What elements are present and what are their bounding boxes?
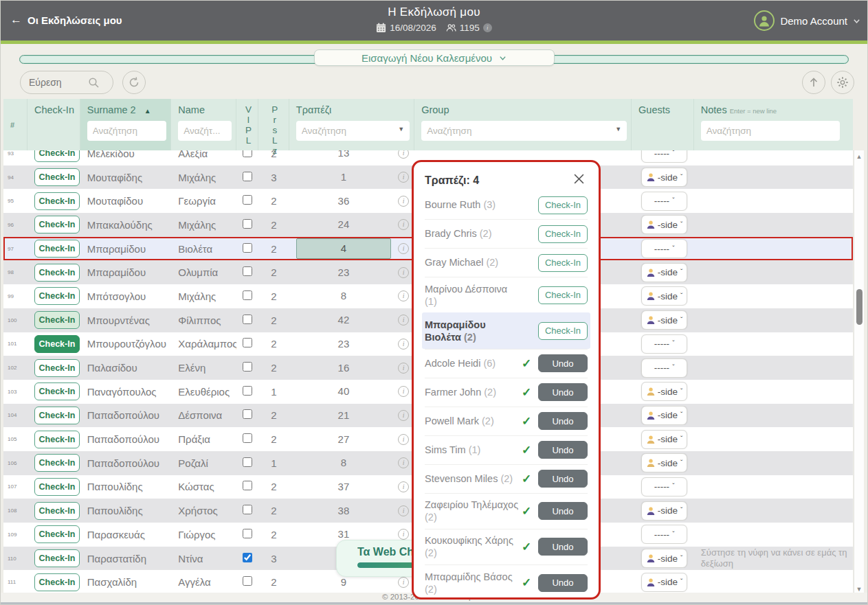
guests-side-select[interactable]: -side ˇ [641,501,687,521]
header-notes[interactable]: NotesEnter = new line [694,99,853,150]
vip-checkbox[interactable] [243,505,252,514]
refresh-button[interactable] [122,71,146,94]
guests-side-select[interactable]: ----- ˇ [641,358,687,378]
guests-side-select[interactable]: ----- ˇ [641,525,687,544]
info-icon[interactable]: i [398,505,409,516]
scrollbar-up-icon[interactable]: ▲ [854,153,864,160]
persons-cell[interactable]: 2 [258,195,289,207]
modal-action-button[interactable]: Undo [538,574,588,592]
guests-side-select[interactable]: ----- ˇ [641,334,687,354]
persons-cell[interactable]: 2 [258,409,289,421]
note-cell[interactable]: Σύστησε τη νύφη να κάνει σε εμάς τη δεξί… [694,547,853,569]
table-number[interactable]: 21 [296,406,391,425]
guests-side-select[interactable]: -side ˇ [641,549,687,568]
guests-side-select[interactable]: -side ˇ [641,430,687,449]
modal-action-button[interactable]: Undo [538,412,588,430]
table-cell[interactable]: 24 i [289,215,414,234]
vip-checkbox[interactable] [243,386,252,396]
checkin-button[interactable]: Check-In [34,311,80,329]
persons-cell[interactable]: 2 [258,338,289,350]
name-cell[interactable]: Αγγέλα [171,576,236,588]
surname-cell[interactable]: Παπαδοπούλου [80,433,172,445]
info-icon[interactable]: i [398,150,409,159]
checkin-button[interactable]: Check-In [34,240,80,258]
vip-checkbox[interactable] [243,290,252,300]
table-cell[interactable]: 16 i [289,358,414,378]
surname-filter-input[interactable] [87,121,167,141]
vip-checkbox[interactable] [243,243,252,253]
name-cell[interactable]: Μιχάλης [171,219,236,231]
modal-action-button[interactable]: Check-In [538,286,588,304]
table-cell[interactable]: 36 i [289,192,414,211]
header-group[interactable]: Group ▼ [414,99,632,150]
modal-action-button[interactable]: Undo [538,470,588,488]
checkin-button[interactable]: Check-In [34,168,80,186]
table-number[interactable]: 23 [296,334,391,354]
persons-cell[interactable]: 2 [258,219,289,231]
checkin-button[interactable]: Check-In [34,287,80,305]
guests-side-select[interactable]: -side ˇ [641,573,687,592]
table-number[interactable]: 1 [296,168,391,187]
persons-cell[interactable]: 2 [258,290,289,302]
vip-checkbox[interactable] [243,338,252,347]
table-cell[interactable]: 1 i [289,168,414,187]
checkin-button[interactable]: Check-In [34,431,80,448]
info-icon[interactable]: i [398,219,409,230]
table-cell[interactable]: 38 i [289,501,414,521]
checkin-button[interactable]: Check-In [34,264,80,282]
surname-cell[interactable]: Μελεκίδου [80,150,172,159]
surname-cell[interactable]: Παπουλίδης [80,505,172,516]
guests-side-select[interactable]: -side ˇ [641,382,687,401]
checkin-button[interactable]: Check-In [34,407,80,424]
surname-cell[interactable]: Παπουλίδης [80,481,172,492]
table-cell[interactable]: 8 i [289,453,414,472]
guests-side-select[interactable]: -side ˇ [641,310,687,330]
name-cell[interactable]: Πράξια [171,433,236,445]
notes-filter-input[interactable] [701,121,840,141]
table-number[interactable]: 27 [296,430,391,449]
vip-checkbox[interactable] [243,219,252,229]
guests-side-select[interactable]: -side ˇ [641,453,687,472]
guests-side-select[interactable]: -side ˇ [641,263,687,282]
persons-cell[interactable]: 3 [258,172,289,183]
name-cell[interactable]: Βιολέτα [171,243,236,255]
name-cell[interactable]: Γιώργος [171,529,236,540]
info-icon[interactable]: i [398,290,409,301]
name-cell[interactable]: Ελευθέριος [171,386,236,398]
modal-action-button[interactable]: Undo [538,441,588,459]
name-cell[interactable]: Μιχάλης [171,172,236,183]
table-number[interactable]: 8 [296,453,391,472]
guests-side-select[interactable]: ----- ˇ [641,239,687,258]
checkin-button[interactable]: Check-In [34,573,80,591]
surname-cell[interactable]: Μπουρουτζόγλου [80,338,172,350]
guests-side-select[interactable]: -side ˇ [641,286,687,306]
modal-close-button[interactable] [570,170,588,190]
guests-side-select[interactable]: ----- ˇ [641,192,687,211]
surname-cell[interactable]: Παραστατίδη [80,553,172,564]
vip-checkbox[interactable] [243,481,252,490]
surname-cell[interactable]: Παρασκευάς [80,529,172,540]
table-cell[interactable]: 13 i [289,150,414,163]
surname-cell[interactable]: Παναγόπουλος [80,386,172,398]
search-input[interactable] [29,77,84,88]
group-filter-input[interactable] [421,121,627,141]
surname-cell[interactable]: Παλασίδου [80,362,172,374]
info-icon[interactable]: i [398,267,409,278]
vip-checkbox[interactable] [243,150,252,157]
table-number[interactable]: 40 [296,382,391,401]
table-cell[interactable]: 8 i [289,286,414,306]
surname-cell[interactable]: Μουταφίδης [80,172,172,183]
checkin-button[interactable]: Check-In [34,216,80,233]
name-cell[interactable]: Αλεξία [171,150,236,159]
vip-checkbox[interactable] [243,553,252,562]
modal-action-button[interactable]: Check-In [538,196,588,214]
surname-cell[interactable]: Παπαδοπούλου [80,409,172,421]
vip-checkbox[interactable] [243,362,252,372]
vip-checkbox[interactable] [243,529,252,538]
header-name[interactable]: Name [171,99,236,150]
name-cell[interactable]: Φίλιππος [171,315,236,326]
persons-cell[interactable]: 2 [258,505,289,516]
name-cell[interactable]: Χαράλαμπος [171,338,236,350]
checkin-button[interactable]: Check-In [34,478,80,496]
guests-side-select[interactable]: ----- ˇ [641,150,687,163]
